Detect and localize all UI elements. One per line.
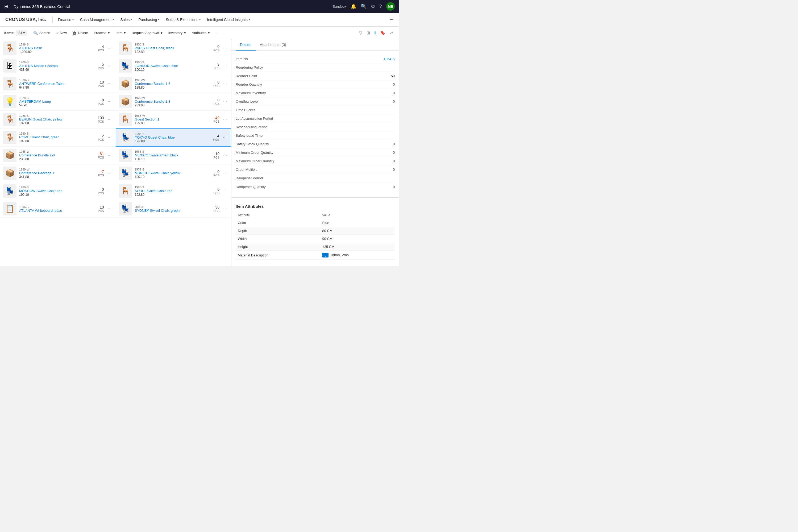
user-avatar[interactable]: MB — [386, 2, 395, 11]
item-button[interactable]: Item ▾ — [113, 29, 129, 36]
item-name[interactable]: ATLANTA Whiteboard, base — [19, 209, 88, 212]
item-more-button[interactable]: ⋯ — [107, 206, 113, 212]
list-item[interactable]: 🗄 1906-S ATHENS Mobile Pedestal 433.60 5… — [0, 57, 116, 75]
item-name[interactable]: ANTWERP Conference Table — [19, 82, 88, 86]
view-icon-button[interactable]: ⊞ — [365, 29, 372, 37]
item-more-button[interactable]: ⋯ — [222, 134, 228, 141]
item-more-button[interactable]: ⋯ — [222, 98, 228, 105]
help-icon[interactable]: ? — [379, 4, 382, 9]
list-item[interactable]: 💡 1928-S AMSTERDAM Lamp 54.90 8 PCS ⋯ — [0, 93, 116, 111]
list-item[interactable]: 💺 1908-S LONDON Swivel Chair, blue 190.1… — [116, 57, 231, 75]
item-more-button[interactable]: ⋯ — [222, 206, 228, 212]
list-item[interactable]: 💺 1968-S MEXICO Swivel Chair, black 190.… — [116, 147, 231, 165]
bookmark-icon-button[interactable]: 🔖 — [379, 29, 387, 37]
item-info: 1953-W Guest Section 1 125.80 — [135, 114, 204, 125]
menu-item-finance[interactable]: Finance ▾ — [55, 15, 77, 24]
menu-item-cash[interactable]: Cash Management ▾ — [77, 15, 117, 24]
item-more-button[interactable]: ⋯ — [222, 81, 228, 87]
inventory-button[interactable]: Inventory ▾ — [166, 29, 189, 36]
item-image: 🪑 — [119, 41, 132, 55]
waffle-icon[interactable]: ⊞ — [4, 3, 8, 9]
process-button[interactable]: Process ▾ — [91, 29, 113, 36]
item-more-button[interactable]: ⋯ — [107, 63, 113, 69]
qty-number: 0 — [206, 169, 220, 174]
field-value[interactable]: 1964-S — [384, 57, 395, 61]
menu-item-purchasing[interactable]: Purchasing ▾ — [135, 15, 163, 24]
list-item[interactable]: 💺 1964-S TOKYO Guest Chair, blue 192.80 … — [116, 129, 231, 147]
list-item[interactable]: 📦 1929-W Conference Bundle 1-8 233.80 0 … — [116, 93, 231, 111]
item-name[interactable]: AMSTERDAM Lamp — [19, 99, 88, 103]
item-name[interactable]: LONDON Swivel Chair, blue — [135, 64, 204, 68]
edit-attr-button[interactable]: ⋮ — [322, 253, 328, 258]
menu-item-sales[interactable]: Sales ▾ — [117, 15, 135, 24]
list-item[interactable]: 📦 1925-W Conference Bundle 1-6 188.80 0 … — [116, 75, 231, 93]
filter-icon-button[interactable]: ▽ — [358, 29, 364, 37]
attribute-value: 90 CM — [320, 235, 395, 243]
more-button[interactable]: ... — [213, 29, 221, 36]
item-name[interactable]: Conference Bundle 1-8 — [135, 99, 204, 103]
list-item[interactable]: 📋 1996-S ATLANTA Whiteboard, base 10 PCS… — [0, 200, 116, 218]
item-more-button[interactable]: ⋯ — [222, 63, 228, 69]
expand-icon-button[interactable]: ⤢ — [388, 29, 395, 37]
item-more-button[interactable]: ⋯ — [222, 45, 228, 51]
item-name[interactable]: BERLIN Guest Chair, yellow — [19, 117, 88, 121]
search-button[interactable]: 🔍 Search — [31, 29, 53, 37]
item-more-button[interactable]: ⋯ — [107, 152, 113, 158]
settings-icon[interactable]: ⚙ — [371, 3, 375, 9]
item-name[interactable]: MOSCOW Swivel Chair, red — [19, 189, 88, 193]
item-name[interactable]: Conference Package 1 — [19, 171, 88, 175]
attributes-button[interactable]: Attributes ▾ — [189, 29, 212, 36]
list-item[interactable]: 📦 1969-W Conference Package 1 341.80 -7 … — [0, 165, 116, 182]
item-name[interactable]: ATHENS Desk — [19, 46, 88, 50]
field-value: 50 — [391, 74, 395, 78]
item-name[interactable]: SYDNEY Swivel Chair, green — [135, 209, 204, 212]
list-item[interactable]: 💺 2000-S SYDNEY Swivel Chair, green 38 P… — [116, 200, 231, 218]
item-name[interactable]: Conference Bundle 2-8 — [19, 153, 88, 157]
item-name[interactable]: MUNICH Swivel Chair, yellow — [135, 171, 204, 175]
company-name[interactable]: CRONUS USA, Inc. — [5, 17, 46, 22]
item-more-button[interactable]: ⋯ — [107, 134, 113, 141]
item-more-button[interactable]: ⋯ — [222, 170, 228, 176]
menu-item-setup[interactable]: Setup & Extensions ▾ — [163, 15, 204, 24]
list-item[interactable]: 🪑 1953-W Guest Section 1 125.80 -49 PCS … — [116, 111, 231, 129]
list-item[interactable]: 📦 1965-W Conference Bundle 2-8 233.80 -8… — [0, 147, 116, 165]
item-more-button[interactable]: ⋯ — [222, 116, 228, 122]
tab-attachments[interactable]: Attachments (0) — [255, 39, 290, 51]
list-item[interactable]: 💺 1980-S MOSCOW Swivel Chair, red 190.10… — [0, 182, 116, 200]
item-more-button[interactable]: ⋯ — [107, 45, 113, 51]
item-name[interactable]: ATHENS Mobile Pedestal — [19, 64, 88, 68]
tab-details[interactable]: Details — [236, 39, 255, 51]
item-more-button[interactable]: ⋯ — [107, 170, 113, 176]
item-more-button[interactable]: ⋯ — [107, 116, 113, 122]
list-item[interactable]: 💺 1972-S MUNICH Swivel Chair, yellow 190… — [116, 165, 231, 182]
search-icon[interactable]: 🔍 — [361, 3, 366, 9]
new-button[interactable]: + New — [54, 29, 70, 37]
list-item[interactable]: 🪑 1900-S PARIS Guest Chair, black 192.80… — [116, 39, 231, 57]
menu-item-cloud[interactable]: Intelligent Cloud Insights ▾ — [204, 15, 253, 24]
list-item[interactable]: 🪑 1920-S ANTWERP Conference Table 647.80… — [0, 75, 116, 93]
item-name[interactable]: SEOUL Guest Chair, red — [135, 189, 204, 193]
notification-icon[interactable]: 🔔 — [350, 3, 357, 9]
list-item[interactable]: 🪑 1896-S ATHENS Desk 1,000.80 4 PCS ⋯ — [0, 39, 116, 57]
info-icon-button[interactable]: ℹ — [373, 29, 377, 37]
filter-all-label: All — [18, 31, 22, 35]
item-more-button[interactable]: ⋯ — [107, 81, 113, 87]
item-more-button[interactable]: ⋯ — [107, 188, 113, 194]
item-more-button[interactable]: ⋯ — [222, 188, 228, 194]
item-more-button[interactable]: ⋯ — [107, 98, 113, 105]
request-approval-button[interactable]: Request Approval ▾ — [129, 29, 165, 36]
item-name[interactable]: Conference Bundle 1-6 — [135, 82, 204, 86]
item-name[interactable]: ROME Guest Chair, green — [19, 135, 88, 139]
item-more-button[interactable]: ⋯ — [222, 152, 228, 158]
hamburger-icon[interactable]: ☰ — [390, 17, 394, 22]
delete-button[interactable]: 🗑 Delete — [70, 29, 91, 37]
list-item[interactable]: 🪑 1960-S ROME Guest Chair, green 192.80 … — [0, 129, 116, 147]
list-item[interactable]: 🪑 1936-S BERLIN Guest Chair, yellow 192.… — [0, 111, 116, 129]
filter-button[interactable]: All ▾ — [16, 30, 27, 36]
attribute-value: Blue — [320, 219, 395, 227]
item-name[interactable]: MEXICO Swivel Chair, black — [135, 153, 204, 157]
list-item[interactable]: 🪑 1988-S SEOUL Guest Chair, red 192.80 0… — [116, 182, 231, 200]
item-name[interactable]: PARIS Guest Chair, black — [135, 46, 204, 50]
item-name[interactable]: TOKYO Guest Chair, blue — [135, 135, 204, 139]
item-name[interactable]: Guest Section 1 — [135, 117, 204, 121]
